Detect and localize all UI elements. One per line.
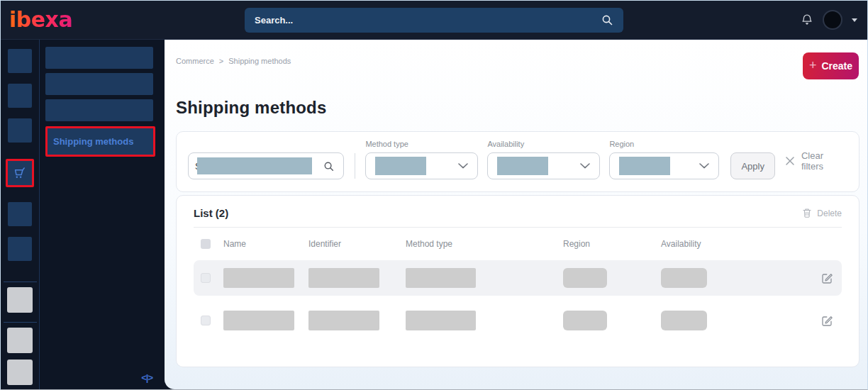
column-header-region: Region <box>563 239 661 249</box>
region-label: Region <box>609 140 719 148</box>
column-header-identifier: Identifier <box>308 239 406 249</box>
global-search-input[interactable] <box>255 15 601 26</box>
nav-bottom-item-placeholder[interactable] <box>7 360 33 385</box>
redacted-region-cell <box>563 311 607 330</box>
breadcrumb-separator: > <box>219 57 223 65</box>
topbar-actions <box>801 10 867 30</box>
panel-collapse-icon[interactable]: <|> <box>141 372 152 383</box>
secondary-menu-panel: Shipping methods <|> <box>40 40 165 389</box>
nav-item-placeholder[interactable] <box>8 118 32 143</box>
redacted-identifier-cell <box>308 268 379 288</box>
table-header-row: Name Identifier Method type Region Avail… <box>194 228 842 260</box>
availability-label: Availability <box>487 140 600 148</box>
region-select[interactable] <box>609 152 719 179</box>
chevron-down-icon <box>699 163 709 169</box>
bell-icon[interactable] <box>801 13 813 27</box>
create-button-label: Create <box>821 60 852 72</box>
clear-filters-label: Clear filters <box>801 150 847 172</box>
plus-icon: + <box>809 59 817 72</box>
menu-item-placeholder[interactable] <box>45 99 153 121</box>
nav-item-placeholder[interactable] <box>8 202 32 226</box>
filter-search-input[interactable]: S <box>188 152 344 179</box>
redacted-region-cell <box>563 268 607 288</box>
select-all-checkbox[interactable] <box>201 239 211 249</box>
redacted-name-cell <box>223 268 294 288</box>
page-title: Shipping methods <box>176 98 859 118</box>
redacted-method-type-cell <box>406 311 476 330</box>
trash-icon <box>802 208 812 218</box>
redacted-method-type-cell <box>406 268 476 288</box>
filter-divider <box>355 153 355 179</box>
create-button[interactable]: + Create <box>803 52 859 79</box>
filters-bar: S Method type <box>176 131 859 192</box>
main-nav-rail <box>1 40 40 389</box>
delete-button[interactable]: Delete <box>802 208 842 218</box>
shopping-cart-icon <box>12 165 28 181</box>
row-checkbox[interactable] <box>201 273 211 283</box>
breadcrumb-current: Shipping methods <box>228 57 291 65</box>
main-content: Commerce > Shipping methods + Create Shi… <box>165 40 867 389</box>
method-type-select[interactable] <box>365 152 478 179</box>
column-header-name: Name <box>223 239 308 249</box>
column-header-method-type: Method type <box>406 239 563 249</box>
nav-item-placeholder[interactable] <box>8 237 32 261</box>
caret-down-icon[interactable] <box>852 18 857 22</box>
redacted-identifier-cell <box>308 311 379 330</box>
redacted-availability-cell <box>661 311 707 330</box>
menu-item-label: Shipping methods <box>48 136 133 147</box>
edit-button[interactable] <box>820 314 847 327</box>
redacted-availability-cell <box>661 268 707 288</box>
availability-select[interactable] <box>487 152 600 179</box>
breadcrumb-commerce[interactable]: Commerce <box>176 57 214 65</box>
global-search-bar[interactable] <box>245 8 623 33</box>
search-icon[interactable] <box>323 161 335 172</box>
row-checkbox[interactable] <box>201 316 211 325</box>
nav-bottom-item-placeholder[interactable] <box>7 287 33 313</box>
column-header-availability: Availability <box>661 239 820 249</box>
redacted-placeholder-block <box>197 157 312 174</box>
apply-button[interactable]: Apply <box>730 152 775 179</box>
user-avatar[interactable] <box>823 10 842 30</box>
menu-item-shipping-methods-highlighted[interactable]: Shipping methods <box>45 126 155 157</box>
search-icon[interactable] <box>601 14 613 26</box>
menu-item-placeholder[interactable] <box>45 47 153 69</box>
delete-button-label: Delete <box>817 208 842 218</box>
top-bar: ibexa <box>1 1 867 40</box>
rail-divider <box>4 322 37 323</box>
app-window: ibexa <box>0 0 868 390</box>
nav-item-placeholder[interactable] <box>8 84 32 108</box>
list-section: List (2) Delete Name Identifier Method t… <box>176 195 859 367</box>
nav-bottom-item-placeholder[interactable] <box>7 328 33 353</box>
close-icon <box>785 156 795 166</box>
table-row <box>194 303 842 338</box>
chevron-down-icon <box>458 163 468 169</box>
redacted-placeholder-block <box>619 157 670 175</box>
table-row <box>194 260 842 296</box>
redacted-name-cell <box>223 311 294 330</box>
list-title: List (2) <box>194 207 228 219</box>
method-type-label: Method type <box>365 140 478 148</box>
app-body: Shipping methods <|> Commerce > Shipping… <box>1 40 867 389</box>
redacted-placeholder-block <box>375 157 426 175</box>
redacted-placeholder-block <box>497 157 548 175</box>
clear-filters-button[interactable]: Clear filters <box>785 150 847 172</box>
nav-item-commerce-highlighted[interactable] <box>6 159 34 187</box>
menu-item-placeholder[interactable] <box>45 73 153 95</box>
breadcrumb: Commerce > Shipping methods <box>176 52 291 65</box>
edit-button[interactable] <box>820 272 847 284</box>
ibexa-logo[interactable]: ibexa <box>9 9 72 30</box>
chevron-down-icon <box>580 163 590 169</box>
nav-item-placeholder[interactable] <box>8 49 32 73</box>
rail-divider <box>4 282 37 282</box>
